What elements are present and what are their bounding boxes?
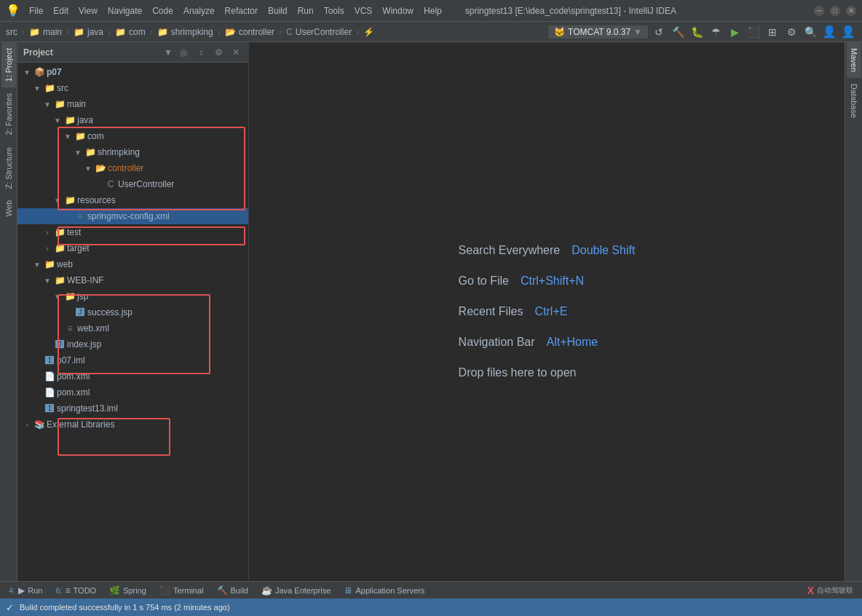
sidebar-locate-icon[interactable]: ◎: [177, 46, 190, 59]
tree-item-pom1[interactable]: › 📄 pom.xml: [17, 368, 248, 384]
app-servers-btn-label: Application Servers: [355, 586, 424, 595]
sidebar-settings-icon[interactable]: ⚙: [212, 46, 225, 59]
run-icon[interactable]: ▶: [727, 24, 743, 40]
bottom-build-btn[interactable]: 🔨 Build: [211, 583, 254, 598]
status-message: Build completed successfully in 1 s 754 …: [20, 603, 230, 612]
build-icon[interactable]: 🔨: [670, 24, 686, 40]
tree-item-webinf[interactable]: ▼ 📁 WEB-INF: [17, 272, 248, 288]
menu-run[interactable]: Run: [293, 4, 318, 17]
bottom-app-servers-btn[interactable]: 🖥 Application Servers: [338, 583, 430, 598]
menu-window[interactable]: Window: [378, 4, 418, 17]
stop-icon[interactable]: ⬛: [746, 24, 762, 40]
menu-analyze[interactable]: Analyze: [179, 4, 219, 17]
tree-item-web-xml[interactable]: › ≡ web.xml: [17, 320, 248, 336]
jsp-file-icon: 🅹: [74, 307, 86, 318]
tree-label-web-xml: web.xml: [77, 323, 109, 333]
left-tab-favorites[interactable]: 2: Favorites: [1, 87, 16, 141]
user-icon-2[interactable]: 👤: [840, 24, 856, 40]
tree-arrow-p07: ▼: [22, 68, 32, 76]
grid-icon[interactable]: ⊞: [764, 24, 780, 40]
nav-bar: src › 📁 main › 📁 java › 📁 com › 📁 shrimp…: [0, 22, 862, 42]
tree-item-springmvc[interactable]: › ≡ springmvc-config.xml: [17, 208, 248, 224]
breadcrumb-src[interactable]: src: [6, 27, 17, 37]
tree-label-target: target: [67, 243, 90, 253]
tree-item-main[interactable]: ▼ 📁 main: [17, 96, 248, 112]
nav-bar-row: Navigation Bar Alt+Home: [459, 336, 636, 349]
left-tab-structure[interactable]: Z: Structure: [1, 141, 16, 194]
right-tab-database[interactable]: Database: [847, 78, 861, 124]
tree-item-p07-iml[interactable]: › 🅸 p07.iml: [17, 352, 248, 368]
breadcrumb-controller[interactable]: controller: [239, 27, 274, 37]
tree-arrow-test: ›: [42, 229, 52, 237]
breadcrumb-java[interactable]: java: [87, 27, 103, 37]
tree-item-controller[interactable]: ▼ 📂 controller: [17, 160, 248, 176]
tree-item-test[interactable]: › 📁 test: [17, 224, 248, 240]
maximize-button[interactable]: □: [830, 6, 840, 16]
tree-item-usercontroller[interactable]: › C UserController: [17, 176, 248, 192]
settings-icon[interactable]: ⚙: [783, 24, 799, 40]
tree-item-p07[interactable]: ▼ 📦 p07: [17, 64, 248, 80]
tree-arrow-pom2: ›: [32, 389, 42, 397]
bottom-java-enterprise-btn[interactable]: ☕ Java Enterprise: [256, 583, 336, 598]
tree-arrow-usercontroller: ›: [93, 181, 103, 189]
run-config-update-icon[interactable]: ↺: [651, 24, 667, 40]
tree-item-com[interactable]: ▼ 📁 com: [17, 128, 248, 144]
tree-item-index-jsp[interactable]: › 🅹 index.jsp: [17, 336, 248, 352]
tree-item-pom2[interactable]: › 📄 pom.xml: [17, 384, 248, 400]
tree-item-java[interactable]: ▼ 📁 java: [17, 112, 248, 128]
left-tab-web[interactable]: Web: [1, 194, 16, 222]
menu-help[interactable]: Help: [419, 4, 446, 17]
java-ent-btn-icon: ☕: [261, 585, 272, 596]
module-icon: 📦: [33, 66, 45, 78]
menu-view[interactable]: View: [74, 4, 102, 17]
tree-item-ext-libs[interactable]: › 📚 External Libraries: [17, 416, 248, 433]
menu-edit[interactable]: Edit: [49, 4, 73, 17]
tree-item-resources[interactable]: ▼ 📁 resources: [17, 192, 248, 208]
sidebar-collapse-icon[interactable]: ↕: [194, 46, 207, 59]
bottom-run-btn[interactable]: 4: ▶ Run: [3, 583, 48, 598]
breadcrumb-main[interactable]: main: [43, 27, 62, 37]
tree-item-springtest-iml[interactable]: › 🅸 springtest13.iml: [17, 400, 248, 416]
menu-file[interactable]: File: [25, 4, 47, 17]
nav-sep-2: ›: [66, 27, 69, 37]
tree-label-springtest-iml: springtest13.iml: [57, 403, 118, 414]
bottom-spring-btn[interactable]: 🌿 Spring: [103, 583, 152, 598]
debug-icon[interactable]: 🐛: [689, 24, 705, 40]
tree-arrow-pom1: ›: [32, 373, 42, 381]
editor-area: Search Everywhere Double Shift Go to Fil…: [249, 42, 845, 581]
bottom-terminal-btn[interactable]: ⬛ Terminal: [154, 583, 210, 598]
menu-build[interactable]: Build: [264, 4, 292, 17]
tree-item-src[interactable]: ▼ 📁 src: [17, 80, 248, 96]
left-tab-project[interactable]: 1: Project: [1, 42, 16, 87]
tree-label-com: com: [87, 131, 104, 141]
run-config[interactable]: 🐱 TOMCAT 9.0.37 ▼: [548, 25, 648, 39]
menu-navigate[interactable]: Navigate: [103, 4, 146, 17]
tree-arrow-main: ▼: [42, 100, 52, 108]
user-icon-1[interactable]: 👤: [821, 24, 837, 40]
tree-item-jsp[interactable]: ▼ 📁 jsp: [17, 288, 248, 304]
right-tabs: Maven Database: [845, 42, 862, 581]
tree-label-index-jsp: index.jsp: [67, 339, 101, 350]
tree-item-target[interactable]: › 📁 target: [17, 240, 248, 256]
breadcrumb-shrimpking[interactable]: shrimpking: [171, 27, 213, 37]
tree-label-p07: p07: [47, 67, 62, 77]
bottom-todo-btn[interactable]: 6: ≡ TODO: [50, 583, 102, 598]
breadcrumb-com[interactable]: com: [129, 27, 146, 37]
menu-tools[interactable]: Tools: [320, 4, 349, 17]
menu-vcs[interactable]: VCS: [350, 4, 377, 17]
search-icon[interactable]: 🔍: [802, 24, 818, 40]
tree-item-success-jsp[interactable]: › 🅹 success.jsp: [17, 304, 248, 320]
right-tab-maven[interactable]: Maven: [847, 42, 861, 78]
tree-item-shrimpking[interactable]: ▼ 📁 shrimpking: [17, 144, 248, 160]
menu-refactor[interactable]: Refactor: [221, 4, 262, 17]
tree-arrow-controller: ▼: [83, 165, 93, 173]
sidebar-close-icon[interactable]: ✕: [229, 46, 242, 59]
minimize-button[interactable]: ─: [814, 6, 824, 16]
close-button[interactable]: ✕: [846, 6, 856, 16]
menu-code[interactable]: Code: [148, 4, 178, 17]
coverage-icon[interactable]: ☂: [708, 24, 724, 40]
breadcrumb-usercontroller[interactable]: UserController: [296, 27, 352, 37]
tree-arrow-springmvc: ›: [63, 213, 73, 221]
tree-item-web[interactable]: ▼ 📁 web: [17, 256, 248, 272]
tree-label-springmvc: springmvc-config.xml: [87, 211, 170, 221]
